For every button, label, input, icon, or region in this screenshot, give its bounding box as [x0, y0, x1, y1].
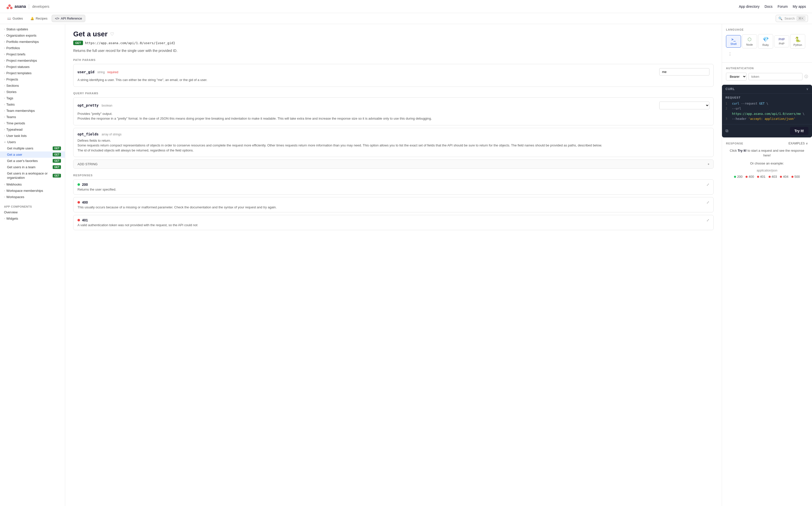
curl-collapse-icon[interactable]: ∨: [806, 87, 809, 91]
tab-guides[interactable]: 📖 Guides: [4, 15, 26, 22]
sidebar-item-projects[interactable]: › Projects: [0, 76, 65, 83]
auth-token-input[interactable]: [748, 73, 803, 80]
status-dot-red: [768, 176, 770, 178]
nav-docs[interactable]: Docs: [764, 4, 773, 8]
status-code-401[interactable]: 401: [757, 175, 765, 178]
sidebar-item-workspaces[interactable]: › Workspaces: [0, 194, 65, 200]
sidebar-sub-item-get-user-favorites[interactable]: Get a user's favorites GET: [0, 158, 65, 164]
sidebar-item-typeahead[interactable]: › Typeahead: [0, 126, 65, 133]
expand-icon[interactable]: ⤢: [707, 200, 710, 204]
path-param-user-gid: user_gid string required A string identi…: [73, 64, 714, 87]
nav-forum[interactable]: Forum: [778, 4, 788, 8]
tab-guides-label: Guides: [12, 16, 23, 20]
response-section-header: RESPONSE EXAMPLES ∨: [726, 142, 808, 145]
page-title-row: Get a user ♡: [73, 30, 714, 38]
curl-box: CURL ∨ REQUEST 1 curl --request GET \ 2 …: [722, 85, 812, 138]
chevron-icon: ›: [4, 97, 5, 99]
sidebar-item-team-memberships[interactable]: › Team memberships: [0, 107, 65, 114]
auth-info-icon[interactable]: ⓘ: [805, 75, 808, 79]
sidebar-item-users[interactable]: ∨ Users: [0, 139, 65, 145]
response-panel-section: RESPONSE EXAMPLES ∨ Click Try It! to sta…: [722, 138, 812, 183]
search-box[interactable]: 🔍 Search ⌘K: [776, 15, 808, 22]
nav-app-directory[interactable]: App directory: [739, 4, 759, 8]
nav-my-apps[interactable]: My apps: [793, 4, 806, 8]
sidebar-item-time-periods[interactable]: › Time periods: [0, 120, 65, 126]
lang-tab-php[interactable]: PHP PHP: [774, 35, 789, 48]
try-it-button[interactable]: Try It!: [790, 127, 809, 135]
curl-title: CURL: [726, 87, 735, 91]
search-placeholder: Search: [785, 16, 795, 20]
status-code-500[interactable]: 500: [792, 175, 800, 178]
tab-api-reference[interactable]: </> API Reference: [52, 15, 85, 22]
sidebar-item-label: Portfolio memberships: [6, 40, 38, 44]
param-user-gid-input[interactable]: [659, 68, 710, 76]
sidebar-item-webhooks[interactable]: › Webhooks: [0, 181, 65, 187]
sidebar-sub-item-get-multiple-users[interactable]: Get multiple users GET: [0, 145, 65, 152]
chevron-down-icon: ∨: [4, 141, 6, 144]
sidebar-item-stories[interactable]: › Stories: [0, 89, 65, 95]
sidebar-item-portfolio-memberships[interactable]: › Portfolio memberships: [0, 38, 65, 45]
lang-label: Ruby: [762, 44, 769, 47]
sidebar-item-project-templates[interactable]: › Project templates: [0, 70, 65, 76]
sidebar-item-portfolios[interactable]: › Portfolios: [0, 45, 65, 51]
lang-tab-python[interactable]: 🐍 Python: [790, 34, 805, 49]
app-components-section: APP COMPONENTS Overview › Widgets: [0, 204, 65, 222]
sidebar-item-project-statuses[interactable]: › Project statuses: [0, 64, 65, 70]
lang-tab-shell[interactable]: >_ Shell: [726, 35, 741, 48]
sidebar-item-widgets[interactable]: › Widgets: [0, 216, 65, 222]
sidebar-sub-item-get-users-in-team[interactable]: Get users in a team GET: [0, 164, 65, 170]
sidebar-item-org-exports[interactable]: › Organization exports: [0, 32, 65, 38]
sidebar-item-sections[interactable]: › Sections: [0, 83, 65, 89]
auth-method-select[interactable]: Bearer Basic: [726, 73, 746, 81]
examples-button[interactable]: EXAMPLES ∨: [789, 142, 808, 145]
opt-pretty-select[interactable]: true false: [659, 101, 710, 109]
status-code-404[interactable]: 404: [780, 175, 789, 178]
bookmark-icon[interactable]: ♡: [110, 31, 114, 37]
lang-tab-ruby[interactable]: 💎 Ruby: [758, 34, 773, 49]
top-nav-left: asana developers: [6, 3, 50, 10]
sidebar-item-status-updates[interactable]: › Status updates: [0, 26, 65, 32]
language-section: LANGUAGE >_ Shell ⬡ Node 💎 Ruby PHP PHP: [722, 24, 812, 63]
lang-label: Node: [746, 43, 753, 46]
tab-recipes[interactable]: 🔔 Recipes: [27, 15, 51, 22]
sidebar-sub-label: Get multiple users: [7, 147, 33, 150]
main-content: Get a user ♡ GET https://app.asana.com/a…: [65, 24, 722, 506]
sidebar-item-tasks[interactable]: › Tasks: [0, 101, 65, 107]
ruby-icon: 💎: [762, 36, 769, 43]
lang-tab-node[interactable]: ⬡ Node: [742, 34, 757, 49]
chevron-icon: ›: [4, 34, 5, 37]
status-code-403[interactable]: 403: [768, 175, 777, 178]
sidebar-item-workspace-memberships[interactable]: › Workspace memberships: [0, 187, 65, 194]
sidebar-sub-item-get-users-workspace[interactable]: Get users in a workspace or organization…: [0, 170, 65, 181]
status-dot-red: [792, 176, 794, 178]
sidebar-item-user-task-lists[interactable]: › User task lists: [0, 133, 65, 139]
more-languages-button[interactable]: ⋮: [726, 50, 734, 59]
sidebar: › Status updates › Organization exports …: [0, 24, 65, 506]
sidebar-item-project-memberships[interactable]: › Project memberships: [0, 58, 65, 64]
sidebar-sub-label: Get a user: [7, 153, 22, 157]
asana-logo[interactable]: asana: [6, 3, 26, 10]
response-code-label: 401: [82, 218, 88, 222]
sidebar-item-project-briefs[interactable]: › Project briefs: [0, 51, 65, 58]
expand-icon[interactable]: ⤢: [707, 218, 710, 222]
sidebar-item-tags[interactable]: › Tags: [0, 95, 65, 101]
sidebar-item-label: Project briefs: [6, 53, 25, 56]
param-header: user_gid string required: [78, 68, 710, 76]
add-string-button[interactable]: ADD STRING +: [73, 160, 714, 169]
sidebar-sub-item-get-a-user[interactable]: Get a user GET: [0, 152, 65, 158]
status-code-400[interactable]: 400: [745, 175, 754, 178]
query-params-header: QUERY PARAMS: [73, 92, 714, 95]
authentication-section: AUTHENTICATION Bearer Basic ⓘ: [722, 63, 812, 85]
lang-label: Python: [794, 44, 802, 47]
tab-api-reference-label: API Reference: [61, 16, 82, 20]
copy-icon[interactable]: ⧉: [726, 129, 728, 133]
search-shortcut: ⌘K: [797, 16, 805, 21]
status-code-200[interactable]: 200: [734, 175, 742, 178]
sidebar-item-teams[interactable]: › Teams: [0, 114, 65, 120]
expand-icon[interactable]: ⤢: [707, 182, 710, 186]
sidebar-item-overview[interactable]: Overview: [0, 209, 65, 216]
response-desc: Returns the user specified.: [78, 187, 710, 191]
curl-content: --url https://app.asana.com/api/1.0/user…: [732, 106, 809, 116]
param-header: opt_fields array of strings: [78, 132, 710, 136]
response-401: 401 ⤢ A valid authentication token was n…: [73, 215, 714, 230]
